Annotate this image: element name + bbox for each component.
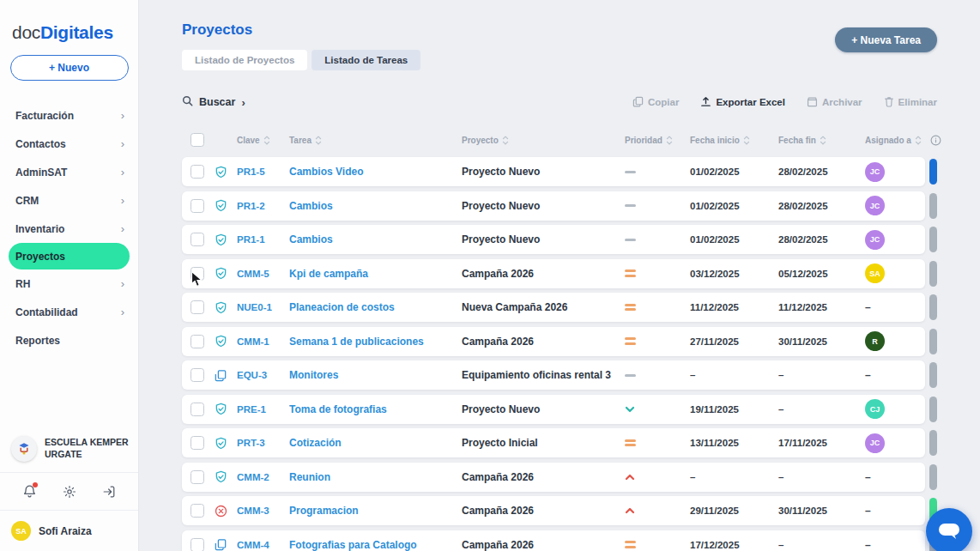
task-key-link[interactable]: EQU-3: [237, 370, 267, 380]
chat-bubble-button[interactable]: [926, 508, 972, 551]
assignee-empty: –: [865, 301, 871, 313]
archive-action-button[interactable]: Archivar: [807, 96, 862, 109]
trash-action-button[interactable]: Eliminar: [884, 96, 937, 109]
task-name-link[interactable]: Fotografias para Catalogo: [289, 539, 417, 551]
row-checkbox[interactable]: [191, 165, 204, 179]
task-key-link[interactable]: CMM-3: [237, 506, 269, 516]
task-name-link[interactable]: Cotización: [289, 437, 342, 449]
sidebar-item-contactos[interactable]: Contactos ›: [0, 130, 138, 158]
sidebar-item-contabilidad[interactable]: Contabilidad ›: [0, 298, 138, 326]
column-header-proyecto: Proyecto: [462, 136, 625, 145]
task-key-link[interactable]: CMM-5: [237, 269, 269, 279]
tasks-table: Clave Tarea Proyecto Prioridad Fecha ini…: [182, 129, 937, 551]
row-checkbox[interactable]: [191, 403, 204, 416]
row-checkbox[interactable]: [191, 335, 204, 348]
task-name-link[interactable]: Monitores: [289, 369, 338, 381]
task-name-link[interactable]: Semana 1 de publicaciones: [289, 336, 424, 348]
user-avatar: SA: [11, 521, 31, 541]
row-checkbox[interactable]: [191, 538, 204, 551]
task-name-link[interactable]: Kpi de campaña: [289, 268, 368, 280]
task-name-link[interactable]: Programacion: [289, 505, 359, 517]
shield-check-icon: [215, 301, 227, 314]
gear-icon[interactable]: [63, 485, 76, 499]
column-header-label: Prioridad: [625, 136, 662, 145]
task-name-link[interactable]: Planeacion de costos: [289, 301, 395, 313]
sidebar-footer: ESCUELA KEMPER URGATE SA Sofi Araiza: [0, 427, 138, 551]
row-checkbox[interactable]: [191, 470, 204, 484]
sort-icon[interactable]: [263, 136, 270, 145]
bell-icon[interactable]: [22, 484, 37, 499]
row-checkbox[interactable]: [191, 199, 204, 213]
sidebar-item-crm[interactable]: CRM ›: [0, 186, 138, 215]
task-name-link[interactable]: Toma de fotografias: [289, 403, 387, 415]
task-key-link[interactable]: PR1-2: [237, 201, 265, 211]
row-checkbox[interactable]: [191, 267, 204, 281]
start-date: 29/11/2025: [690, 506, 778, 516]
sort-icon[interactable]: [315, 136, 322, 145]
assignee-avatar: JC: [865, 433, 885, 453]
chevron-right-icon: ›: [121, 109, 124, 122]
sidebar-nav: Facturación › Contactos › AdminSAT › CRM…: [0, 101, 138, 354]
sidebar-item-label: Reportes: [15, 335, 60, 347]
sort-icon[interactable]: [915, 136, 922, 145]
tab-listado-de-proyectos[interactable]: Listado de Proyectos: [182, 50, 307, 70]
shield-check-icon: [215, 437, 227, 450]
task-name-link[interactable]: Reunion: [289, 471, 330, 483]
start-date: 27/11/2025: [690, 336, 778, 347]
toolbar: Buscar › Copiar Exportar Excel Archivar …: [182, 91, 937, 113]
sidebar: docDigitales + Nuevo Facturación › Conta…: [0, 0, 139, 551]
row-checkbox[interactable]: [191, 300, 204, 314]
task-key-link[interactable]: PRT-3: [237, 438, 265, 448]
logout-icon[interactable]: [102, 485, 116, 499]
row-status-bar: [929, 329, 937, 354]
sidebar-item-adminsat[interactable]: AdminSAT ›: [0, 158, 138, 186]
row-status-bar: [929, 193, 937, 219]
shield-check-icon: [215, 335, 227, 348]
column-header-asignado-a: Asignado a: [865, 136, 925, 145]
task-name-link[interactable]: Cambios: [289, 200, 333, 212]
row-checkbox[interactable]: [191, 504, 204, 518]
row-checkbox[interactable]: [191, 436, 204, 450]
sidebar-item-label: CRM: [15, 195, 39, 207]
info-icon[interactable]: [930, 135, 942, 146]
task-key-link[interactable]: PRE-1: [237, 404, 266, 415]
logo-suffix: Digitales: [40, 22, 113, 42]
sidebar-item-proyectos[interactable]: Proyectos ›: [9, 243, 130, 269]
sidebar-item-rh[interactable]: RH ›: [0, 269, 138, 298]
new-task-button[interactable]: + Nueva Tarea: [835, 27, 937, 52]
export-action-button[interactable]: Exportar Excel: [700, 96, 785, 109]
sort-icon[interactable]: [743, 136, 750, 145]
sort-icon[interactable]: [502, 136, 509, 145]
sidebar-item-label: AdminSAT: [15, 167, 67, 179]
copy-action-button[interactable]: Copiar: [632, 96, 679, 109]
priority-none-icon: [625, 239, 636, 241]
task-key-link[interactable]: CMM-4: [237, 540, 269, 550]
tab-listado-de-tareas[interactable]: Listado de Tareas: [312, 50, 420, 70]
task-key-link[interactable]: CMM-2: [237, 472, 269, 482]
end-date: 05/12/2025: [778, 269, 865, 279]
task-name-link[interactable]: Cambios Video: [289, 166, 363, 178]
search-control[interactable]: Buscar ›: [182, 95, 245, 109]
end-date: –: [778, 404, 865, 415]
row-checkbox[interactable]: [191, 233, 204, 246]
company-selector[interactable]: ESCUELA KEMPER URGATE: [0, 427, 138, 472]
task-key-link[interactable]: PR1-5: [237, 167, 265, 177]
column-header-clave: Clave: [237, 136, 289, 145]
sort-icon[interactable]: [666, 136, 673, 145]
sort-icon[interactable]: [820, 136, 826, 145]
chevron-right-icon: ›: [121, 277, 124, 290]
task-name-link[interactable]: Cambios: [289, 233, 333, 245]
search-icon: [182, 95, 193, 109]
user-row[interactable]: SA Sofi Araiza: [0, 510, 138, 551]
task-key-link[interactable]: CMM-1: [237, 336, 269, 347]
task-key-link[interactable]: PR1-1: [237, 234, 265, 245]
assignee-cell: CJ: [865, 399, 925, 419]
sidebar-item-facturacion[interactable]: Facturación ›: [0, 101, 138, 130]
task-key-link[interactable]: NUE0-1: [237, 302, 272, 312]
new-button[interactable]: + Nuevo: [10, 55, 129, 81]
sidebar-item-reportes[interactable]: Reportes ›: [0, 326, 138, 354]
sidebar-item-inventario[interactable]: Inventario ›: [0, 215, 138, 243]
select-all-checkbox[interactable]: [191, 133, 204, 147]
row-checkbox[interactable]: [191, 368, 204, 382]
row-status-bar: [929, 261, 937, 287]
